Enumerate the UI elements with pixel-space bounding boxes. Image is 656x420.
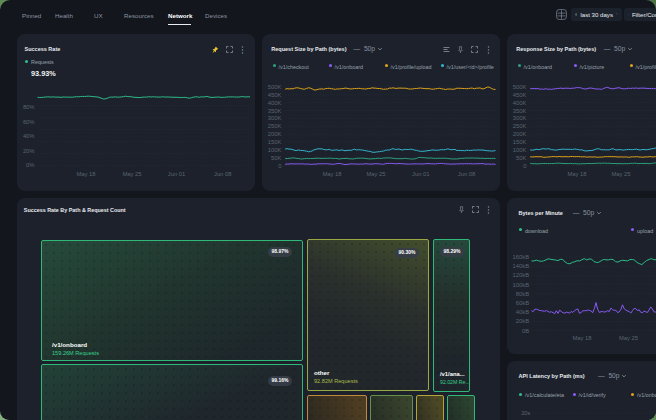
svg-text:50K: 50K (271, 155, 281, 161)
svg-text:150K: 150K (268, 139, 282, 145)
svg-text:Jun 01: Jun 01 (412, 171, 429, 177)
svg-text:450K: 450K (513, 92, 527, 98)
svg-text:Jun 08: Jun 08 (458, 171, 475, 177)
svg-text:100K: 100K (268, 147, 282, 153)
svg-text:40%: 40% (23, 133, 35, 139)
svg-text:80kB: 80kB (516, 291, 529, 297)
svg-text:140kB: 140kB (513, 263, 530, 269)
svg-text:Jun 01: Jun 01 (168, 171, 185, 177)
svg-text:350K: 350K (513, 108, 527, 114)
svg-text:400K: 400K (268, 100, 282, 106)
svg-text:500K: 500K (513, 84, 527, 90)
svg-text:40kB: 40kB (516, 309, 529, 315)
svg-text:100K: 100K (513, 147, 527, 153)
svg-text:200K: 200K (268, 131, 282, 137)
svg-text:200K: 200K (513, 131, 527, 137)
svg-text:0B: 0B (522, 328, 529, 334)
svg-text:May 18: May 18 (567, 171, 586, 177)
svg-text:300K: 300K (513, 115, 527, 121)
svg-text:450K: 450K (268, 92, 282, 98)
svg-text:May 25: May 25 (122, 171, 141, 177)
svg-text:250K: 250K (513, 123, 527, 129)
svg-text:May 25: May 25 (619, 335, 638, 341)
svg-text:160kB: 160kB (513, 254, 530, 260)
svg-text:120kB: 120kB (513, 272, 530, 278)
svg-text:May 25: May 25 (611, 171, 630, 177)
svg-text:May 18: May 18 (572, 335, 591, 341)
svg-text:20kB: 20kB (516, 318, 529, 324)
svg-text:350K: 350K (268, 108, 282, 114)
svg-text:20%: 20% (23, 148, 35, 154)
svg-text:500K: 500K (268, 84, 282, 90)
svg-text:May 25: May 25 (366, 171, 385, 177)
svg-text:0%: 0% (26, 162, 34, 168)
svg-text:0: 0 (278, 163, 281, 169)
svg-text:20s: 20s (521, 410, 530, 416)
svg-text:May 18: May 18 (76, 171, 95, 177)
svg-text:80%: 80% (23, 104, 35, 110)
svg-text:May 18: May 18 (322, 171, 341, 177)
svg-text:250K: 250K (268, 123, 282, 129)
svg-text:400K: 400K (513, 100, 527, 106)
svg-text:60kB: 60kB (516, 300, 529, 306)
svg-text:150K: 150K (513, 139, 527, 145)
svg-text:50K: 50K (516, 155, 526, 161)
svg-text:Jun 08: Jun 08 (214, 171, 231, 177)
svg-text:60%: 60% (23, 119, 35, 125)
svg-text:0: 0 (523, 163, 526, 169)
svg-text:300K: 300K (268, 115, 282, 121)
svg-text:100kB: 100kB (513, 282, 530, 288)
